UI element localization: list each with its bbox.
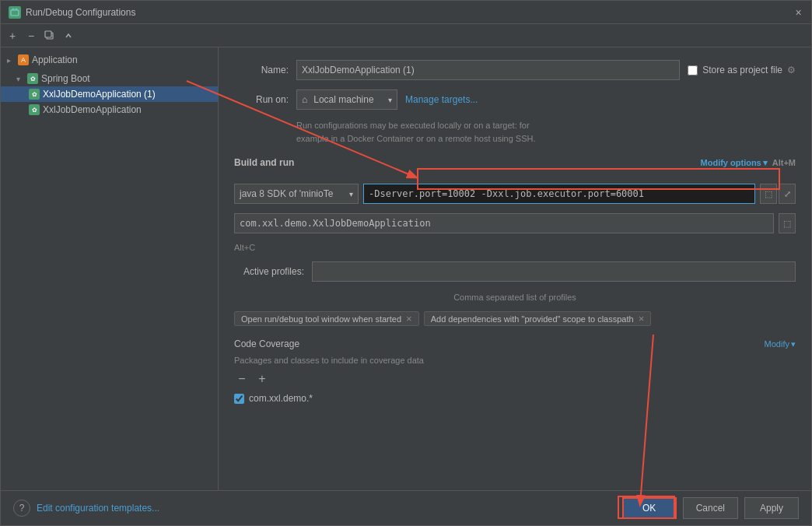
run-description: Run configurations may be executed local… — [296, 119, 796, 145]
bottom-bar: ? Edit configuration templates... OK Can… — [1, 490, 811, 525]
edit-templates-link[interactable]: Edit configuration templates... — [37, 503, 616, 514]
profiles-row: Active profiles: — [234, 261, 796, 282]
remove-config-button[interactable]: − — [23, 27, 40, 44]
dialog-buttons: OK Cancel Apply — [622, 497, 799, 519]
configurations-sidebar: ▸ A Application ▾ ✿ Spring Boot ✿ XxlJob… — [1, 47, 219, 490]
sidebar-item-selected-label: XxlJobDemoApplication (1) — [43, 89, 156, 100]
close-icon[interactable]: × — [793, 7, 803, 17]
store-checkbox[interactable] — [688, 65, 698, 75]
sdk-dropdown[interactable]: java 8 SDK of 'minioTe — [234, 184, 359, 204]
chevron-down-icon: ▾ — [763, 158, 768, 168]
main-class-action-button[interactable]: ⬚ — [779, 213, 796, 233]
modify-options-link[interactable]: Modify options ▾ Alt+M — [701, 158, 796, 168]
store-label: Store as project file — [702, 65, 782, 75]
sidebar-item-selected-app[interactable]: ✿ XxlJobDemoApplication (1) — [1, 86, 218, 102]
spring-boot-section: ▾ ✿ Spring Boot ✿ XxlJobDemoApplication … — [1, 69, 218, 119]
vm-options-actions: ⬚ ⤢ — [760, 184, 796, 204]
application-section: ▸ A Application — [1, 51, 218, 69]
run-on-dropdown[interactable]: ⌂ Local machine — [296, 89, 397, 110]
name-label: Name: — [234, 65, 289, 75]
run-on-row: Run on: ⌂ Local machine Manage targets..… — [234, 89, 796, 110]
run-on-value: Local machine — [313, 94, 373, 105]
profiles-hint: Comma separated list of profiles — [234, 293, 796, 302]
build-run-label: Build and run — [234, 157, 294, 168]
coverage-remove-button[interactable]: − — [234, 371, 250, 387]
modify-coverage-link[interactable]: Modify ▾ — [765, 339, 796, 349]
profiles-input[interactable] — [312, 261, 796, 282]
main-class-row: ⬚ — [234, 213, 796, 233]
window-controls: × — [793, 7, 803, 17]
tag-0-close[interactable]: × — [406, 314, 412, 324]
copy-config-button[interactable] — [41, 27, 58, 44]
sdk-vm-row: java 8 SDK of 'minioTe ⬚ ⤢ — [234, 184, 796, 204]
store-checkbox-row: Store as project file ⚙ — [688, 65, 796, 75]
profiles-label: Active profiles: — [234, 266, 304, 277]
apply-button[interactable]: Apply — [744, 497, 799, 519]
cancel-button[interactable]: Cancel — [683, 497, 738, 519]
sidebar-item-spring-boot-label: Spring Boot — [41, 73, 90, 84]
name-input-wrap: Store as project file ⚙ — [296, 60, 796, 80]
sidebar-item-application[interactable]: ▸ A Application — [1, 52, 218, 68]
coverage-sub: Packages and classes to include in cover… — [234, 356, 796, 365]
sdk-label: java 8 SDK of 'minioTe — [240, 188, 333, 199]
coverage-actions: − + — [234, 371, 796, 387]
title-bar: Run/Debug Configurations × — [1, 1, 811, 24]
coverage-header: Code Coverage Modify ▾ — [234, 338, 796, 349]
application-icon: A — [18, 54, 29, 65]
svg-rect-2 — [45, 31, 51, 37]
coverage-item-0: com.xxl.demo.* — [234, 391, 796, 405]
dialog-icon — [9, 6, 21, 19]
collapse-icon: ▸ — [7, 56, 15, 65]
dialog-title: Run/Debug Configurations — [26, 7, 793, 18]
name-row: Name: Store as project file ⚙ — [234, 60, 796, 80]
store-gear-icon[interactable]: ⚙ — [787, 65, 796, 75]
vm-expand-button[interactable]: ⬚ — [760, 184, 777, 204]
coverage-title: Code Coverage — [234, 338, 299, 349]
sidebar-item-app-label: XxlJobDemoApplication — [43, 104, 142, 115]
run-on-label: Run on: — [234, 94, 289, 105]
svg-rect-0 — [11, 10, 19, 16]
alt-c-hint: Alt+C — [234, 243, 796, 252]
app-icon: ✿ — [29, 104, 40, 115]
main-panel: Name: Store as project file ⚙ Run on: — [219, 47, 811, 490]
modify-shortcut: Alt+M — [772, 158, 796, 167]
tag-1: Add dependencies with "provided" scope t… — [424, 311, 652, 326]
sidebar-item-application-label: Application — [32, 54, 78, 65]
vm-options-input[interactable] — [363, 184, 755, 204]
sidebar-item-app[interactable]: ✿ XxlJobDemoApplication — [1, 102, 218, 117]
build-run-header: Build and run Modify options ▾ Alt+M — [234, 157, 796, 168]
coverage-item-checkbox[interactable] — [234, 394, 244, 404]
ok-button[interactable]: OK — [622, 497, 677, 519]
manage-targets-link[interactable]: Manage targets... — [405, 94, 478, 105]
tag-0-label: Open run/debug tool window when started — [241, 314, 401, 324]
move-up-button[interactable] — [60, 27, 77, 44]
tag-1-label: Add dependencies with "provided" scope t… — [431, 314, 634, 324]
configurations-toolbar: + − — [1, 24, 811, 47]
main-class-input[interactable] — [234, 213, 774, 233]
name-input[interactable] — [296, 60, 680, 80]
dialog-content: ▸ A Application ▾ ✿ Spring Boot ✿ XxlJob… — [1, 47, 811, 490]
spring-boot-icon: ✿ — [27, 73, 38, 84]
help-button[interactable]: ? — [13, 500, 30, 517]
coverage-item-label: com.xxl.demo.* — [249, 393, 313, 404]
coverage-add-button[interactable]: + — [254, 371, 270, 387]
tag-0: Open run/debug tool window when started … — [234, 311, 419, 326]
sidebar-item-spring-boot[interactable]: ▾ ✿ Spring Boot — [1, 71, 218, 86]
add-config-button[interactable]: + — [4, 27, 21, 44]
vm-fullscreen-button[interactable]: ⤢ — [779, 184, 796, 204]
spring-collapse-icon: ▾ — [16, 75, 24, 83]
modify-options-label: Modify options — [701, 158, 761, 167]
tags-row: Open run/debug tool window when started … — [234, 311, 796, 326]
modify-coverage-label: Modify — [765, 339, 789, 349]
tag-1-close[interactable]: × — [639, 314, 645, 324]
selected-app-icon: ✿ — [29, 89, 40, 100]
coverage-chevron-icon: ▾ — [791, 339, 796, 349]
code-coverage-section: Code Coverage Modify ▾ Packages and clas… — [234, 338, 796, 405]
